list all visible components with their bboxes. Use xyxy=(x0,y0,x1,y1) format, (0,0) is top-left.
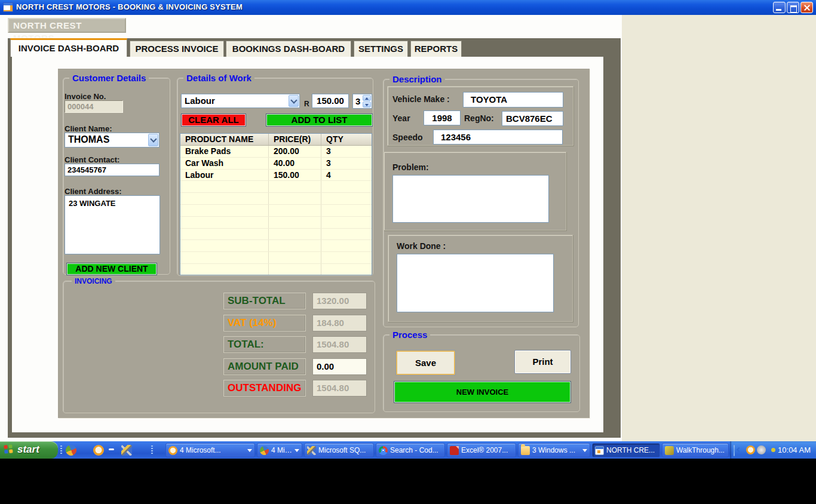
table-row[interactable]: Labour 150.00 4 xyxy=(180,170,372,182)
windows-flag-icon xyxy=(4,444,13,454)
amount-paid-field[interactable]: 0.00 xyxy=(312,358,367,375)
work-item-combobox[interactable]: Labour xyxy=(181,94,300,108)
vat-value: 184.80 xyxy=(312,315,367,331)
vehicle-make-label: Vehicle Make : xyxy=(392,94,450,104)
task-label: WalkThrough... xyxy=(676,446,726,454)
task-button-microsoft-group-2[interactable]: 4 Microsoft... xyxy=(257,443,302,457)
problem-label: Problem: xyxy=(392,162,429,172)
table-row-empty xyxy=(180,252,372,264)
table-row[interactable]: Brake Pads 200.00 3 xyxy=(180,146,372,158)
task-button-microsoft-group-1[interactable]: 4 Microsoft... xyxy=(165,443,255,457)
year-field[interactable]: 1998 xyxy=(424,110,461,125)
task-button-windows-group[interactable]: 3 Windows ... xyxy=(518,443,590,457)
total-value: 1504.80 xyxy=(312,336,367,353)
task-button-microsoft-sql[interactable]: Microsoft SQ... xyxy=(304,443,374,457)
table-row-empty xyxy=(180,240,372,252)
client-address-label: Client Address: xyxy=(65,187,122,196)
window-title: NORTH CREST MOTORS - BOOKING & INVOICING… xyxy=(16,2,243,11)
outlook-tray-icon[interactable] xyxy=(746,445,755,454)
description-group: Description Vehicle Make : TOYOTA Year 1… xyxy=(383,79,579,327)
subtotal-label: SUB-TOTAL xyxy=(223,293,306,309)
restore-button[interactable] xyxy=(787,2,799,13)
tab-settings[interactable]: SETTINGS xyxy=(354,41,408,57)
add-to-list-button[interactable]: ADD TO LIST xyxy=(266,113,373,127)
work-item-value: Labour xyxy=(185,96,215,106)
task-button-north-crest[interactable]: NORTH CRE... xyxy=(592,443,660,457)
add-new-client-button[interactable]: ADD NEW CLIENT xyxy=(66,263,157,275)
vehicle-make-field[interactable]: TOYOTA xyxy=(463,92,563,107)
save-button[interactable]: Save xyxy=(396,351,455,375)
spin-up-icon[interactable] xyxy=(363,95,371,101)
close-button[interactable] xyxy=(800,2,813,13)
details-of-work-title: Details of Work xyxy=(183,73,254,83)
invoice-no-field: 000044 xyxy=(65,100,123,113)
task-label: NORTH CRE... xyxy=(606,446,657,454)
cell-product: Labour xyxy=(180,170,269,181)
header-product-name[interactable]: PRODUCT NAME xyxy=(180,134,269,145)
chevron-down-icon[interactable] xyxy=(148,134,158,146)
new-invoice-button[interactable]: NEW INVOICE xyxy=(394,381,571,403)
vehicle-panel: Vehicle Make : TOYOTA Year 1998 RegNo: B… xyxy=(387,86,573,146)
invoicing-group: INVOICING SUB-TOTAL 1320.00 VAT (14%) 18… xyxy=(63,281,375,413)
tab-invoice-dashboard[interactable]: INVOICE DASH-BOARD xyxy=(10,38,127,57)
client-contact-label: Client Contact: xyxy=(65,155,119,164)
tab-bookings-dashboard[interactable]: BOOKINGS DASH-BOARD xyxy=(226,41,351,57)
quicklaunch-handle[interactable] xyxy=(60,445,62,455)
work-items-table: PRODUCT NAME PRICE(R) QTY Brake Pads 200… xyxy=(180,133,372,275)
task-button-walkthrough[interactable]: WalkThrough... xyxy=(662,443,729,457)
tools-icon[interactable] xyxy=(121,445,132,456)
spin-down-icon[interactable] xyxy=(363,102,371,107)
table-row-empty xyxy=(180,217,372,229)
outlook-icon[interactable] xyxy=(93,445,104,456)
collapse-chevron-icon[interactable] xyxy=(734,445,735,456)
customer-details-group: Customer Details Invoice No. 000044 Clie… xyxy=(63,78,170,275)
outstanding-value: 1504.80 xyxy=(312,380,367,397)
quantity-value: 3 xyxy=(355,96,360,106)
currency-label: R xyxy=(304,100,309,108)
print-button[interactable]: Print xyxy=(514,350,571,374)
client-contact-field[interactable]: 234545767 xyxy=(65,164,159,176)
regno-field[interactable]: BCV876EC xyxy=(502,111,563,126)
client-name-combobox[interactable]: THOMAS xyxy=(65,133,159,147)
minimize-button[interactable] xyxy=(773,2,786,13)
tab-process-invoice[interactable]: PROCESS INVOICE xyxy=(130,41,224,57)
task-button-search[interactable]: Search - Cod... xyxy=(376,443,445,457)
table-row-empty xyxy=(180,229,372,241)
table-row-empty xyxy=(180,181,372,193)
price-field[interactable]: 150.00 xyxy=(312,94,349,108)
table-row[interactable]: Car Wash 40.00 3 xyxy=(180,158,372,170)
quantity-stepper[interactable]: 3 xyxy=(352,94,372,109)
tab-control: INVOICE DASH-BOARD PROCESS INVOICE BOOKI… xyxy=(8,38,621,438)
clock: 10:04 AM xyxy=(778,445,811,454)
quicklaunch-handle[interactable] xyxy=(151,445,153,455)
cell-product: Brake Pads xyxy=(180,146,269,157)
tab-page-invoice-dashboard: Customer Details Invoice No. 000044 Clie… xyxy=(12,57,603,432)
chevron-down-icon[interactable] xyxy=(289,95,299,107)
header-price[interactable]: PRICE(R) xyxy=(269,134,321,145)
speedo-field[interactable]: 123456 xyxy=(433,130,563,145)
table-header-row: PRODUCT NAME PRICE(R) QTY xyxy=(180,134,372,146)
problem-panel: Problem: xyxy=(384,152,566,231)
chrome-icon xyxy=(379,446,388,455)
task-label: Microsoft SQ... xyxy=(318,446,371,454)
tab-reports[interactable]: REPORTS xyxy=(410,41,462,57)
volume-icon[interactable] xyxy=(757,445,766,454)
speedo-label: Speedo xyxy=(392,133,423,142)
window-titlebar: NORTH CREST MOTORS - BOOKING & INVOICING… xyxy=(0,0,816,15)
tab-strip: INVOICE DASH-BOARD PROCESS INVOICE BOOKI… xyxy=(8,38,621,57)
work-done-field[interactable] xyxy=(397,254,554,312)
table-row-empty xyxy=(180,264,372,275)
total-label: TOTAL: xyxy=(223,336,306,353)
cell-price: 40.00 xyxy=(269,158,321,169)
task-button-excel[interactable]: Excel® 2007... xyxy=(447,443,516,457)
problem-field[interactable] xyxy=(392,175,549,223)
cell-qty: 3 xyxy=(321,146,372,157)
invoicing-title: INVOICING xyxy=(72,277,115,285)
client-address-field[interactable]: 23 WINGATE xyxy=(65,195,160,254)
header-qty[interactable]: QTY xyxy=(321,134,372,145)
vat-label: VAT (14%) xyxy=(223,315,306,331)
clear-all-button[interactable]: CLEAR ALL xyxy=(181,113,246,127)
task-label: Search - Cod... xyxy=(390,446,442,454)
table-row-empty xyxy=(180,205,372,217)
task-label: 4 Microsoft... xyxy=(180,446,245,454)
